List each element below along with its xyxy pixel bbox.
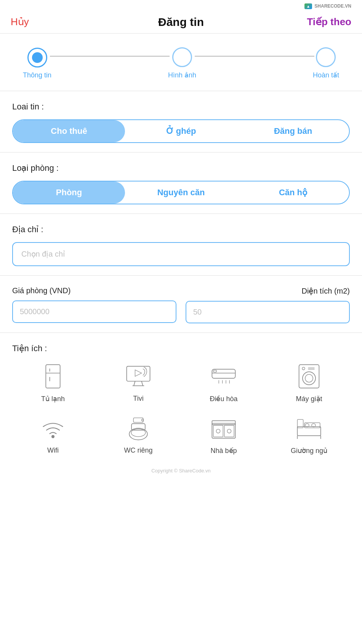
tienich-may-giat[interactable]: Máy giặt — [268, 363, 350, 403]
svg-line-6 — [142, 381, 143, 386]
tien-ich-section: Tiện ích : Tủ lạnh — [0, 333, 362, 464]
tienich-wc-rieng[interactable]: WC riêng — [98, 414, 179, 455]
loai-tin-segmented: Cho thuê Ở ghép Đăng bán — [12, 119, 350, 143]
giuong-ngu-label: Giường ngủ — [291, 446, 327, 455]
stepper: Thông tin Hình ảnh Hoàn tất — [23, 47, 339, 79]
tien-ich-label: Tiện ích : — [12, 344, 350, 353]
fridge-svg — [40, 363, 66, 389]
loai-tin-dang-ban[interactable]: Đăng bán — [237, 120, 349, 142]
kitchen-svg — [211, 415, 237, 441]
tu-lanh-label: Tủ lạnh — [41, 395, 65, 403]
step-circle-2 — [172, 47, 192, 67]
dia-chi-input[interactable] — [12, 242, 350, 266]
sharecode-logo: ▲ SHARECODE.VN — [304, 3, 351, 9]
svg-point-33 — [227, 429, 231, 433]
loai-phong-segmented: Phòng Nguyên căn Căn hộ — [12, 181, 350, 204]
gia-phong-input[interactable] — [12, 300, 176, 323]
bed-svg — [296, 415, 322, 441]
step-label-1: Thông tin — [23, 71, 51, 79]
tivi-label: Tivi — [133, 395, 143, 403]
step-label-2: Hình ảnh — [168, 71, 196, 79]
loai-phong-label: Loại phòng : — [12, 163, 350, 173]
svg-rect-0 — [46, 365, 60, 388]
step-circle-1 — [27, 48, 47, 67]
next-button[interactable]: Tiếp theo — [307, 16, 351, 28]
svg-point-22 — [52, 435, 54, 438]
cancel-button[interactable]: Hủy — [11, 16, 29, 28]
tienich-dieu-hoa[interactable]: Điều hòa — [183, 363, 264, 403]
giuong-ngu-icon — [295, 414, 323, 442]
dien-tich-input[interactable] — [186, 301, 350, 323]
loai-phong-phong[interactable]: Phòng — [13, 181, 125, 204]
step-thong-tin[interactable]: Thông tin — [23, 48, 51, 79]
may-giat-icon — [295, 363, 323, 390]
svg-rect-29 — [212, 421, 235, 424]
loai-tin-o-ghep[interactable]: Ở ghép — [125, 120, 237, 142]
step-label-3: Hoàn tất — [313, 71, 339, 79]
price-area-row: Giá phòng (VND) Diện tích (m2) — [12, 286, 350, 323]
dieu-hoa-label: Điều hòa — [210, 395, 237, 403]
tienich-tivi[interactable]: Tivi — [98, 363, 179, 403]
step-line-2 — [195, 56, 314, 57]
copyright-text: Copyright © ShareCode.vn — [0, 464, 362, 481]
tu-lanh-icon — [39, 363, 67, 390]
svg-line-5 — [134, 381, 135, 386]
loai-phong-can-ho[interactable]: Căn hộ — [237, 181, 349, 204]
tienich-tu-lanh[interactable]: Tủ lạnh — [12, 363, 94, 403]
loai-tin-label: Loai tin : — [12, 102, 350, 112]
wc-rieng-icon — [125, 414, 152, 442]
tv-svg — [125, 363, 151, 389]
svg-marker-8 — [135, 370, 142, 376]
stepper-section: Thông tin Hình ảnh Hoàn tất — [0, 34, 362, 91]
wc-rieng-label: WC riêng — [124, 446, 152, 454]
gia-phong-label: Giá phòng (VND) — [12, 286, 176, 295]
wifi-icon — [39, 414, 67, 442]
loai-phong-nguyen-can[interactable]: Nguyên căn — [125, 181, 237, 204]
nha-bep-icon — [210, 414, 237, 442]
tienich-giuong-ngu[interactable]: Giường ngủ — [268, 414, 350, 455]
may-giat-label: Máy giặt — [296, 395, 322, 403]
wifi-label: Wifi — [47, 446, 59, 454]
loai-phong-section: Loại phòng : Phòng Nguyên căn Căn hộ — [0, 153, 362, 214]
nha-bep-label: Nhà bếp — [210, 446, 237, 455]
washer-svg — [296, 363, 322, 389]
step-hinh-anh[interactable]: Hình ảnh — [168, 47, 196, 79]
step-line-1 — [50, 56, 170, 57]
dien-tich-group: Diện tích (m2) — [186, 286, 350, 323]
wifi-svg — [40, 415, 66, 441]
page-title: Đăng tin — [158, 16, 204, 29]
ac-svg — [211, 363, 237, 389]
tien-ich-grid: Tủ lạnh Tivi — [12, 363, 350, 455]
svg-point-19 — [302, 367, 305, 370]
loai-tin-cho-thue[interactable]: Cho thuê — [13, 120, 125, 142]
svg-point-18 — [305, 374, 313, 382]
dieu-hoa-icon — [210, 363, 237, 390]
svg-point-17 — [303, 372, 316, 385]
svg-rect-30 — [213, 425, 223, 437]
dia-chi-label: Địa chỉ : — [12, 225, 350, 234]
app-header: Hủy Đăng tin Tiếp theo — [0, 9, 362, 34]
tienich-nha-bep[interactable]: Nhà bếp — [183, 414, 264, 455]
svg-point-32 — [216, 429, 220, 433]
price-area-section: Giá phòng (VND) Diện tích (m2) — [0, 276, 362, 333]
svg-rect-28 — [212, 423, 235, 438]
loai-tin-section: Loai tin : Cho thuê Ở ghép Đăng bán — [0, 91, 362, 153]
svg-rect-31 — [224, 425, 234, 437]
svg-rect-9 — [212, 369, 235, 378]
tienich-wifi[interactable]: Wifi — [12, 414, 94, 455]
step-hoan-tat[interactable]: Hoàn tất — [313, 47, 339, 79]
gia-phong-group: Giá phòng (VND) — [12, 286, 176, 323]
step-circle-3 — [316, 47, 336, 67]
tivi-icon — [125, 363, 152, 390]
dia-chi-section: Địa chỉ : — [0, 214, 362, 276]
toilet-svg — [125, 415, 151, 441]
svg-rect-11 — [213, 370, 217, 372]
dien-tich-label: Diện tích (m2) — [186, 286, 350, 296]
